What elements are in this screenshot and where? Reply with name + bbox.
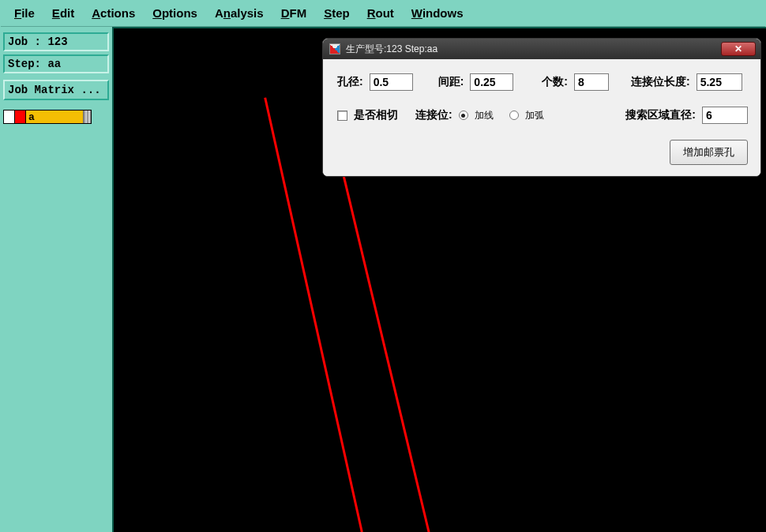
connection-length-label: 连接位长度:	[631, 75, 690, 89]
menu-dfm[interactable]: DFM	[281, 6, 307, 20]
radio-add-line[interactable]	[459, 111, 468, 120]
dialog-body: 孔径: 间距: 个数: 连接位长度: 是否相切 连接位: 加线 加弧 搜索区域直…	[323, 59, 760, 176]
layer-label: a	[26, 111, 83, 123]
spacing-label: 间距:	[438, 75, 464, 89]
menu-options[interactable]: Options	[152, 6, 197, 20]
menu-step[interactable]: Step	[324, 6, 350, 20]
connection-position-label: 连接位:	[415, 108, 452, 122]
menubar: File Edit Actions Options Analysis DFM S…	[0, 0, 766, 26]
close-icon[interactable]: ✕	[721, 42, 756, 56]
tangent-checkbox[interactable]	[337, 111, 347, 121]
step-info: Step: aa	[3, 54, 109, 73]
count-label: 个数:	[542, 75, 568, 89]
job-matrix-button[interactable]: Job Matrix ...	[3, 80, 109, 100]
search-diameter-label: 搜索区域直径:	[625, 108, 696, 122]
radio-add-arc[interactable]	[509, 111, 519, 120]
layer-drag-handle[interactable]	[83, 111, 91, 123]
menu-rout[interactable]: Rout	[367, 6, 394, 20]
aperture-label: 孔径:	[337, 75, 363, 89]
job-info: Job : 123	[3, 32, 109, 51]
menu-actions[interactable]: Actions	[92, 6, 135, 20]
menu-edit[interactable]: Edit	[52, 6, 74, 20]
connection-length-input[interactable]	[697, 73, 742, 91]
menu-file[interactable]: File	[14, 6, 35, 20]
add-stamp-hole-button[interactable]: 增加邮票孔	[670, 140, 748, 165]
radio-add-line-label: 加线	[475, 109, 494, 122]
left-panel: Job : 123 Step: aa Job Matrix ... a	[0, 27, 112, 532]
menu-windows[interactable]: Windows	[411, 6, 464, 20]
tangent-label: 是否相切	[354, 108, 398, 122]
dialog-app-icon	[329, 43, 340, 54]
aperture-input[interactable]	[370, 73, 413, 91]
dialog-title: 生产型号:123 Step:aa	[346, 43, 715, 56]
radio-add-arc-label: 加弧	[525, 109, 544, 122]
route-line-2	[342, 170, 429, 532]
count-input[interactable]	[574, 73, 609, 91]
layer-swatch-red	[15, 111, 26, 123]
dialog-titlebar[interactable]: 生产型号:123 Step:aa ✕	[323, 39, 760, 59]
layer-swatch-white	[4, 111, 15, 123]
stamp-hole-dialog: 生产型号:123 Step:aa ✕ 孔径: 间距: 个数: 连接位长度: 是否…	[322, 38, 761, 177]
menu-analysis[interactable]: Analysis	[215, 6, 264, 20]
layer-row[interactable]: a	[3, 110, 92, 124]
search-diameter-input[interactable]	[702, 107, 748, 124]
spacing-input[interactable]	[470, 73, 513, 91]
